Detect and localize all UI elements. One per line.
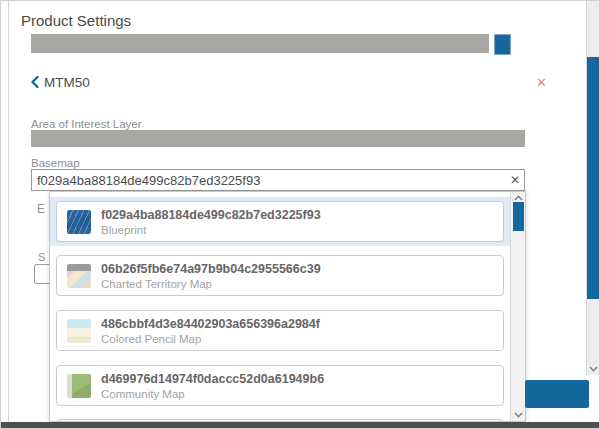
basemap-name: Community Map bbox=[101, 388, 185, 400]
list-item-colored-pencil[interactable]: 486cbbf4d3e84402903a656396a2984f Colored… bbox=[56, 310, 504, 351]
dropdown-scrollbar-thumb[interactable] bbox=[513, 202, 524, 231]
community-map-thumbnail-icon bbox=[67, 374, 91, 398]
blueprint-map-thumbnail-icon bbox=[67, 210, 91, 234]
panel-left-border bbox=[8, 1, 9, 422]
color-swatch[interactable] bbox=[494, 34, 511, 55]
list-item-charted-territory[interactable]: 06b26f5fb6e74a97b9b04c2955566c39 Charted… bbox=[56, 255, 504, 296]
list-item-community[interactable]: d469976d14974f0daccc52d0a61949b6 Communi… bbox=[56, 365, 504, 406]
obscured-label-fragment: E bbox=[37, 202, 45, 216]
basemap-name: Colored Pencil Map bbox=[101, 333, 201, 345]
window-scrollbar-thumb[interactable] bbox=[587, 57, 599, 299]
page-overlay-band bbox=[1, 422, 600, 429]
chevron-left-icon bbox=[31, 76, 39, 88]
basemap-input-value: f029a4ba88184de499c82b7ed3225f93 bbox=[37, 173, 260, 188]
obscured-label-fragment: S bbox=[38, 251, 45, 263]
window-scrollbar[interactable] bbox=[586, 1, 599, 375]
basemap-id: 06b26f5fb6e74a97b9b04c2955566c39 bbox=[101, 262, 321, 276]
basemap-dropdown: f029a4ba88184de499c82b7ed3225f93 Bluepri… bbox=[49, 191, 526, 422]
basemap-id: 486cbbf4d3e84402903a656396a2984f bbox=[101, 317, 320, 331]
back-label: MTM50 bbox=[44, 75, 90, 90]
back-button[interactable]: MTM50 bbox=[31, 74, 90, 90]
charted-territory-map-thumbnail-icon bbox=[67, 264, 91, 288]
basemap-name: Blueprint bbox=[101, 224, 146, 236]
basemap-name: Charted Territory Map bbox=[101, 278, 212, 290]
colored-pencil-map-thumbnail-icon bbox=[67, 319, 91, 343]
basemap-id: d469976d14974f0daccc52d0a61949b6 bbox=[101, 372, 324, 386]
product-name-field-redacted[interactable] bbox=[31, 34, 489, 53]
close-icon[interactable]: ✕ bbox=[536, 76, 547, 89]
scroll-up-icon[interactable] bbox=[514, 195, 523, 201]
basemap-input[interactable]: f029a4ba88184de499c82b7ed3225f93 ✕ bbox=[31, 169, 525, 191]
aoi-input-redacted[interactable] bbox=[31, 130, 525, 147]
list-item-blueprint[interactable]: f029a4ba88184de499c82b7ed3225f93 Bluepri… bbox=[56, 201, 504, 242]
clear-icon[interactable]: ✕ bbox=[510, 173, 520, 187]
scroll-down-icon[interactable] bbox=[589, 366, 598, 372]
aoi-label: Area of Interest Layer bbox=[31, 118, 142, 130]
scroll-down-icon[interactable] bbox=[514, 412, 523, 418]
basemap-id: f029a4ba88184de499c82b7ed3225f93 bbox=[101, 208, 321, 222]
dropdown-scrollbar[interactable] bbox=[510, 192, 525, 421]
basemap-label: Basemap bbox=[31, 157, 80, 169]
page-title: Product Settings bbox=[21, 12, 131, 29]
product-settings-dialog: Product Settings MTM50 ✕ Area of Interes… bbox=[0, 0, 600, 429]
primary-action-button[interactable] bbox=[525, 380, 589, 408]
